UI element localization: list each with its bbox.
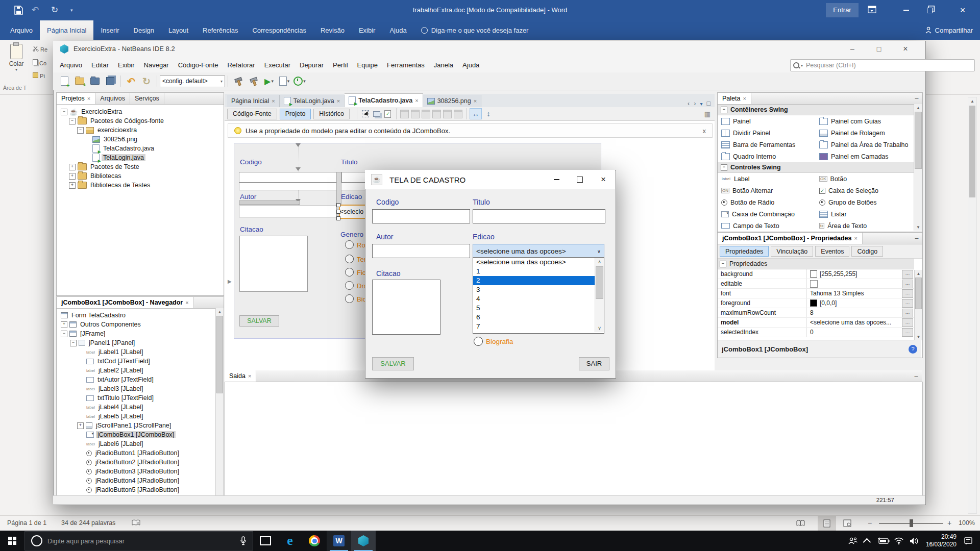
nav-jcombobox1[interactable]: jComboBox1 [JComboBox] [57, 430, 224, 439]
design-field-codigo[interactable] [239, 172, 337, 183]
dialog-maximize-button[interactable] [568, 170, 592, 189]
dropdown-item-selected[interactable]: 2 [473, 276, 595, 285]
prop-row-model[interactable]: model<selecione uma das opcoes...… [718, 318, 914, 328]
nav-jlabel2[interactable]: labeljLabel2 [JLabel] [57, 366, 224, 375]
collapse-icon[interactable]: − [721, 164, 727, 171]
dialog-biografia-label[interactable]: Biografia [486, 338, 513, 345]
collapse-icon[interactable]: − [720, 261, 726, 267]
palette-item-area-trabalho[interactable]: Painel da Área de Trabalho [816, 141, 914, 148]
web-layout-icon[interactable] [843, 519, 851, 529]
nav-other-components[interactable]: +Outros Componentes [57, 320, 224, 329]
close-icon[interactable]: × [185, 299, 188, 306]
scroll-up-icon[interactable]: ∧ [595, 258, 604, 266]
align-bottom-icon[interactable] [432, 110, 441, 118]
expand-icon[interactable]: + [69, 164, 76, 170]
ribbon-tab-design[interactable]: Design [127, 20, 161, 40]
scroll-down-icon[interactable]: ▼ [914, 223, 922, 231]
properties-scrollbar-thumb[interactable] [915, 278, 922, 309]
ribbon-display-options-icon[interactable] [868, 5, 877, 16]
menu-ferramentas[interactable]: Ferramentas [382, 61, 429, 69]
cut-button[interactable]: Re [33, 46, 47, 53]
clean-build-button[interactable] [247, 74, 261, 88]
save-all-button[interactable] [103, 74, 117, 88]
navigator-scrollbar[interactable]: ▲ ▼ [215, 308, 224, 503]
nav-jradiobutton4[interactable]: jRadioButton4 [JRadioButton] [57, 476, 224, 485]
dropdown-item[interactable]: 4 [473, 294, 595, 304]
palette-item-selecao[interactable]: ✓Caixa de Seleção [816, 187, 914, 194]
redo-button[interactable]: ↻ [139, 74, 154, 88]
netbeans-maximize-button[interactable]: □ [868, 41, 890, 57]
nav-jradiobutton1[interactable]: jRadioButton1 [JRadioButton] [57, 448, 224, 458]
tab-paleta[interactable]: Paleta× [718, 93, 751, 104]
menu-ajuda[interactable]: Ajuda [458, 61, 484, 69]
close-icon[interactable]: × [272, 98, 275, 104]
palette-item-grupo[interactable]: Grupo de Botões [816, 199, 914, 206]
close-icon[interactable]: × [474, 98, 477, 104]
nav-jradiobutton2[interactable]: jRadioButton2 [JRadioButton] [57, 458, 224, 467]
design-label-genero[interactable]: Genero [340, 231, 363, 238]
design-field-autor[interactable] [239, 206, 337, 217]
prop-editor-button[interactable]: … [902, 318, 913, 327]
tab-propriedades-title[interactable]: jComboBox1 [JComboBox] - Propriedades× [718, 233, 863, 244]
ribbon-tab-inserir[interactable]: Inserir [93, 20, 126, 40]
dropdown-item[interactable]: <selecione uma das opcoes> [473, 258, 595, 267]
collapse-icon[interactable]: − [77, 127, 84, 134]
netbeans-minimize-button[interactable]: – [841, 41, 864, 57]
palette-item-quadro[interactable]: Quadro Interno [718, 153, 816, 160]
palette-item-barra[interactable]: Barra de Ferramentas [718, 141, 816, 148]
nav-txttitulo[interactable]: txtTitulo [JTextField] [57, 393, 224, 403]
menu-arquivo[interactable]: Arquivo [55, 61, 87, 69]
nav-jlabel4[interactable]: labeljLabel4 [JLabel] [57, 403, 224, 412]
tab-list-icon[interactable]: ▾ [700, 101, 702, 107]
menu-editar[interactable]: Editar [87, 61, 113, 69]
word-scrollbar[interactable]: ▲ [968, 97, 977, 514]
palette-item-dividir[interactable]: Dividir Painel [718, 130, 816, 137]
prop-row-foreground[interactable]: foreground[0,0,0]… [718, 298, 914, 308]
editor-tab-pagina-inicial[interactable]: Página Inicial× [227, 95, 280, 107]
close-icon[interactable]: × [337, 98, 340, 104]
tree-item-telalogin[interactable]: TelaLogin.java [57, 153, 224, 162]
ribbon-tab-referencias[interactable]: Referências [195, 20, 245, 40]
scroll-tabs-right-icon[interactable]: › [694, 100, 696, 107]
dropdown-item[interactable]: 6 [473, 313, 595, 322]
prop-editor-button[interactable]: … [902, 270, 913, 279]
zoom-in-button[interactable]: + [947, 519, 951, 527]
palette-section-controls[interactable]: −Controles Swing [718, 162, 914, 173]
design-label-edicao[interactable]: Edicao [341, 193, 362, 201]
proofing-icon[interactable] [132, 519, 140, 528]
props-tab-vinculacao[interactable]: Vinculação [771, 246, 813, 257]
properties-scrollbar[interactable]: ▲ ▼ [914, 270, 922, 340]
run-button[interactable]: ▶▾ [262, 74, 276, 88]
scroll-down-icon[interactable]: ▼ [915, 333, 922, 340]
page-indicator[interactable]: Página 1 de 1 [7, 519, 46, 527]
nav-txtautor[interactable]: txtAutor [JTextField] [57, 375, 224, 384]
view-source-button[interactable]: Código-Fonte [227, 109, 277, 119]
properties-section[interactable]: −Propriedades [718, 259, 914, 269]
menu-codigo-fonte[interactable]: Código-Fonte [174, 61, 223, 69]
align-top-icon[interactable] [422, 110, 430, 118]
nav-jlabel1[interactable]: labeljLabel1 [JLabel] [57, 347, 224, 357]
props-tab-eventos[interactable]: Eventos [815, 246, 849, 257]
dropdown-item[interactable]: 7 [473, 322, 595, 331]
editor-tab-telacadastro[interactable]: TelaCadastro.java× [345, 93, 423, 107]
prop-row-maximumrowcount[interactable]: maximumRowCount8… [718, 308, 914, 318]
prop-row-font[interactable]: fontTahoma 13 Simples… [718, 289, 914, 298]
close-icon[interactable]: × [415, 97, 418, 104]
paste-button[interactable]: Colar ▾ [3, 43, 30, 80]
menu-perfil[interactable]: Perfil [328, 61, 353, 69]
action-center-icon[interactable] [961, 531, 976, 551]
dropdown-scrollbar-thumb[interactable] [596, 266, 603, 299]
scroll-tabs-left-icon[interactable]: ‹ [688, 100, 690, 107]
align-center-v-icon[interactable] [454, 110, 462, 118]
start-button[interactable] [0, 531, 24, 551]
editor-tab-telalogin[interactable]: TelaLogin.java× [280, 95, 345, 107]
prop-editor-button[interactable]: … [902, 299, 913, 308]
close-icon[interactable]: × [87, 95, 90, 102]
print-layout-icon[interactable] [818, 516, 836, 531]
palette-section-containers[interactable]: −Contêineres Swing [718, 105, 914, 115]
tree-item-test-packages[interactable]: +Pacotes de Teste [57, 162, 224, 171]
tree-item-source-packages[interactable]: −Pacotes de Códigos-fonte [57, 116, 224, 126]
open-project-button[interactable] [88, 74, 102, 88]
palette-scrollbar-thumb[interactable] [915, 112, 922, 169]
connection-mode-button[interactable] [372, 109, 381, 118]
